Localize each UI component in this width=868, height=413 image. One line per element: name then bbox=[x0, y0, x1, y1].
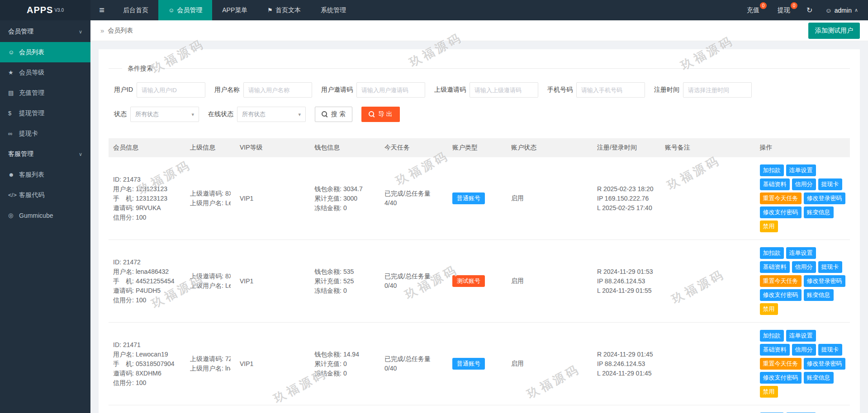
withdraw-card-button[interactable]: 提现卡 bbox=[818, 178, 842, 190]
register-login-time-cell: R 2024-11-29 01:45 IP 85.97.193.180 L 20… bbox=[593, 405, 660, 413]
disable-button[interactable]: 禁用 bbox=[760, 303, 778, 315]
topnav-item[interactable]: 系统管理 bbox=[311, 0, 356, 20]
search-field-label: 上级邀请码 bbox=[434, 86, 466, 94]
edit-login-password-button[interactable]: 修改登录密码 bbox=[804, 192, 845, 204]
withdraw-card-button[interactable]: 提现卡 bbox=[818, 261, 842, 273]
sidebar-item[interactable]: ★ 会员等级 bbox=[0, 62, 90, 83]
sidebar-group-service-management[interactable]: 客服管理 ∨ bbox=[0, 144, 90, 164]
combo-settings-button[interactable]: 连单设置 bbox=[786, 164, 816, 176]
withdraw-nav-item[interactable]: 提现 0 bbox=[768, 0, 799, 20]
parent-username: Lewocan19 bbox=[225, 199, 231, 206]
parent-username: Lewocan19 bbox=[225, 282, 231, 289]
export-button-label: 导 出 bbox=[378, 110, 393, 118]
search-field: 手机号码 bbox=[547, 82, 645, 98]
search-field-input[interactable] bbox=[137, 82, 205, 98]
combo-settings-button[interactable]: 连单设置 bbox=[786, 330, 816, 342]
basic-info-button[interactable]: 基础资料 bbox=[760, 261, 790, 273]
sidebar-item[interactable]: $ 提现管理 bbox=[0, 103, 90, 123]
credit-score-button[interactable]: 信用分 bbox=[792, 178, 816, 190]
balance-change-button[interactable]: 账变信息 bbox=[804, 206, 834, 218]
register-login-time-cell: R 2024-11-29 01:53 IP 88.246.124.53 L 20… bbox=[593, 240, 660, 323]
sidebar-item[interactable]: ☻ 客服列表 bbox=[0, 164, 90, 185]
search-icon bbox=[322, 111, 328, 117]
sidebar-item[interactable]: ∞ 提现卡 bbox=[0, 123, 90, 144]
sidebar-group-member-management[interactable]: 会员管理 ∨ bbox=[0, 21, 90, 42]
search-field-input[interactable] bbox=[243, 82, 312, 98]
action-buttons: 加扣款连单设置基础资料信用分提现卡重置今天任务修改登录密码修改支付密码账变信息禁… bbox=[760, 247, 846, 315]
add-deduct-button[interactable]: 加扣款 bbox=[760, 247, 784, 259]
search-field-label: 用户名称 bbox=[214, 86, 240, 94]
search-button-label: 搜 索 bbox=[331, 110, 346, 118]
disable-button[interactable]: 禁用 bbox=[760, 221, 778, 232]
sidebar-item[interactable]: ◎ Gummicube bbox=[0, 205, 90, 225]
search-panel: 条件搜索 用户ID 用户名称 bbox=[109, 68, 850, 133]
export-button[interactable]: 导 出 bbox=[361, 107, 400, 122]
disable-button[interactable]: 禁用 bbox=[760, 386, 778, 398]
reset-today-task-button[interactable]: 重置今天任务 bbox=[760, 358, 802, 370]
withdraw-card-button[interactable]: 提现卡 bbox=[818, 344, 842, 356]
last-login-time: L 2024-11-29 01:55 bbox=[597, 287, 652, 294]
add-test-user-button[interactable]: 添加测试用户 bbox=[808, 23, 860, 39]
topnav-item-label: APP菜单 bbox=[222, 6, 247, 14]
edit-pay-password-button[interactable]: 修改支付密码 bbox=[760, 206, 802, 218]
menu-toggle-icon[interactable]: ≡ bbox=[90, 0, 113, 20]
member-phone: 44521255454 bbox=[136, 277, 175, 285]
topnav-item[interactable]: ⚑ 首页文本 bbox=[257, 0, 311, 20]
reset-today-task-button[interactable]: 重置今天任务 bbox=[760, 275, 802, 287]
basic-info-button[interactable]: 基础资料 bbox=[760, 178, 790, 190]
admin-menu[interactable]: ☺ admin ∧ bbox=[820, 0, 868, 20]
ip-address: IP 88.246.124.53 bbox=[597, 277, 645, 285]
account-type-badge: 普通账号 bbox=[452, 358, 485, 370]
search-field-input[interactable] bbox=[470, 82, 538, 98]
vip-level-cell: VIP1 bbox=[235, 405, 310, 413]
register-time: R 2025-02-23 18:20 bbox=[597, 185, 654, 192]
balance-change-button[interactable]: 账变信息 bbox=[804, 289, 834, 301]
recharge-nav-item[interactable]: 充值 0 bbox=[738, 0, 768, 20]
recharge-total: 0 bbox=[343, 360, 347, 367]
edit-login-password-button[interactable]: 修改登录密码 bbox=[804, 358, 845, 370]
search-button[interactable]: 搜 索 bbox=[315, 107, 352, 122]
vip-level-cell: VIP1 bbox=[235, 323, 310, 405]
edit-pay-password-button[interactable]: 修改支付密码 bbox=[760, 289, 802, 301]
sidebar-item[interactable]: ☺ 会员列表 bbox=[0, 42, 90, 62]
add-deduct-button[interactable]: 加扣款 bbox=[760, 330, 784, 342]
search-row-actions: 状态 所有状态 ▾ 在线状态 所有状态 ▾ bbox=[114, 107, 844, 122]
column-header: 操作 bbox=[755, 138, 850, 157]
sidebar-group-label: 会员管理 bbox=[8, 28, 33, 36]
refresh-button[interactable]: ↻ bbox=[799, 0, 820, 20]
topnav-item[interactable]: ☺ 会员管理 bbox=[158, 0, 212, 20]
member-table-head: 会员信息 上级信息 VIP等级 钱包信息 今天任务 账户类型 账户状态 bbox=[109, 138, 850, 157]
task-progress: 0/40 bbox=[384, 282, 397, 289]
credit-score-button[interactable]: 信用分 bbox=[792, 344, 816, 356]
sidebar-item[interactable]: </> 客服代码 bbox=[0, 185, 90, 205]
sidebar-item-label: 提现管理 bbox=[19, 109, 44, 117]
status-select[interactable]: 所有状态 ▾ bbox=[130, 107, 199, 122]
add-deduct-button[interactable]: 加扣款 bbox=[760, 164, 784, 176]
top-navbar: APPS V3.0 ≡ 后台首页 ☺ 会员管理 APP菜单 ⚑ 首页文本 bbox=[0, 0, 868, 20]
topnav-item[interactable]: 后台首页 bbox=[113, 0, 158, 20]
account-type-cell: 普通账号 bbox=[448, 157, 507, 240]
sidebar-item[interactable]: ▤ 充值管理 bbox=[0, 83, 90, 103]
reset-today-task-button[interactable]: 重置今天任务 bbox=[760, 192, 802, 204]
topnav-item[interactable]: APP菜单 bbox=[212, 0, 257, 20]
remark-cell bbox=[660, 323, 755, 405]
parent-username: ln486488 bbox=[225, 365, 231, 372]
credit-score-button[interactable]: 信用分 bbox=[792, 261, 816, 273]
globe-icon: ◎ bbox=[8, 212, 19, 219]
combo-settings-button[interactable]: 连单设置 bbox=[786, 247, 816, 259]
search-field-input[interactable] bbox=[356, 82, 425, 98]
search-field-input[interactable] bbox=[683, 82, 752, 98]
balance-change-button[interactable]: 账变信息 bbox=[804, 372, 834, 384]
edit-login-password-button[interactable]: 修改登录密码 bbox=[804, 275, 845, 287]
edit-pay-password-button[interactable]: 修改支付密码 bbox=[760, 372, 802, 384]
search-field-input[interactable] bbox=[576, 82, 645, 98]
basic-info-button[interactable]: 基础资料 bbox=[760, 344, 790, 356]
search-row-fields: 用户ID 用户名称 用户邀请码 bbox=[114, 82, 844, 98]
frozen-amount: 0 bbox=[343, 204, 347, 211]
online-status-select[interactable]: 所有状态 ▾ bbox=[237, 107, 306, 122]
member-credit-score: 100 bbox=[136, 296, 146, 304]
account-status: 启用 bbox=[511, 194, 524, 202]
parent-info-cell: 上级邀请码:7Z9HLP 上级用户名:ln486488 bbox=[185, 323, 235, 405]
breadcrumb: 会员列表 bbox=[108, 27, 133, 35]
sidebar-item-label: 会员列表 bbox=[19, 48, 44, 56]
